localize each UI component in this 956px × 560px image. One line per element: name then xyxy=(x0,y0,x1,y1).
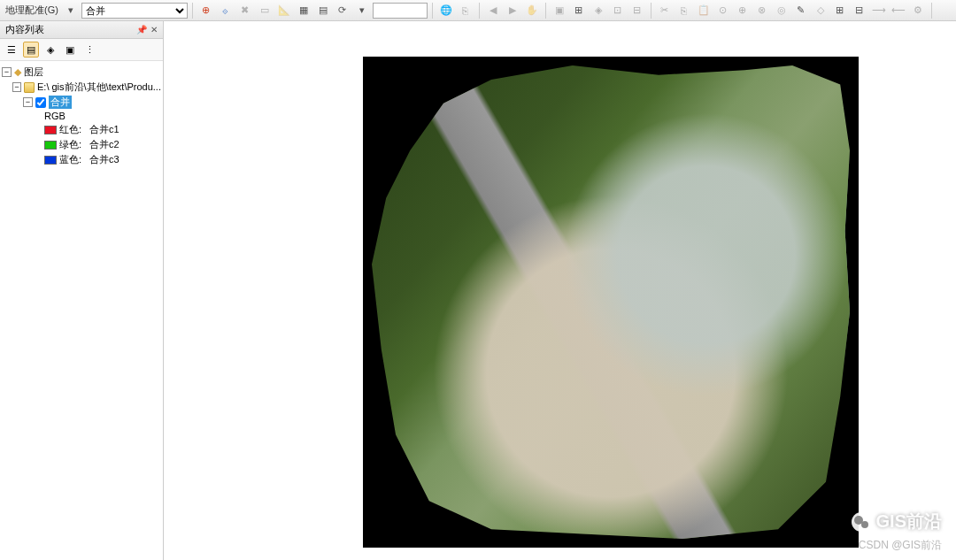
layer-select[interactable]: 合并 xyxy=(81,3,188,19)
folder-icon xyxy=(24,82,35,93)
collapse-icon[interactable]: − xyxy=(23,97,33,107)
band-row-green: 绿色: 合并c2 xyxy=(2,137,161,152)
toc-header: 内容列表 📌 ✕ xyxy=(0,21,163,39)
paste-icon: 📋 xyxy=(695,2,713,19)
measure-icon: 📐 xyxy=(275,2,293,19)
auto-link-icon[interactable]: ⟐ xyxy=(217,2,235,19)
pan-icon: ✋ xyxy=(523,2,541,19)
red-swatch-icon xyxy=(44,126,57,134)
extend-icon: ⟶ xyxy=(870,2,888,19)
blue-swatch-icon xyxy=(44,156,57,165)
georeference-label[interactable]: 地理配准(G) xyxy=(4,4,60,17)
band-label: 绿色: xyxy=(59,138,81,151)
layer-name[interactable]: 合并 xyxy=(49,96,72,109)
toc-panel: 内容列表 📌 ✕ ☰ ▤ ◈ ▣ ⋮ − ◆ 图层 − E:\ gis前沿\其他… xyxy=(0,21,164,560)
add-control-point-icon[interactable]: ⊕ xyxy=(197,2,215,19)
band-label: 红色: xyxy=(59,123,81,136)
select-link-icon: ▭ xyxy=(256,2,274,19)
list-by-selection-icon[interactable]: ▣ xyxy=(62,42,78,58)
tree-root[interactable]: − ◆ 图层 xyxy=(2,65,161,80)
layer-visibility-checkbox[interactable] xyxy=(35,97,46,108)
composite-label: RGB xyxy=(44,111,66,121)
separator xyxy=(651,3,651,19)
green-swatch-icon xyxy=(44,141,57,150)
tool-5-icon: ⊟ xyxy=(628,2,646,19)
band-value: 合并c2 xyxy=(89,138,120,151)
list-by-drawing-order-icon[interactable]: ☰ xyxy=(4,42,19,58)
tree-composite: RGB xyxy=(2,110,161,122)
main-area: 内容列表 📌 ✕ ☰ ▤ ◈ ▣ ⋮ − ◆ 图层 − E:\ gis前沿\其他… xyxy=(0,21,956,560)
edit-tool-icon[interactable]: ✎ xyxy=(792,2,810,19)
separator xyxy=(545,3,546,19)
band-row-blue: 蓝色: 合并c3 xyxy=(2,152,161,167)
trace-icon[interactable]: ⊟ xyxy=(851,2,868,19)
link-table-icon[interactable]: ▦ xyxy=(295,2,312,19)
band-row-red: 红色: 合并c1 xyxy=(2,122,161,137)
options-icon: ⚙ xyxy=(909,2,927,19)
pin-icon[interactable]: 📌 xyxy=(136,25,147,35)
collapse-icon[interactable]: − xyxy=(12,82,21,92)
view-link-icon[interactable]: ▤ xyxy=(314,2,332,19)
vertex-icon: ◇ xyxy=(812,2,829,19)
rotate-dropdown-icon[interactable]: ▾ xyxy=(353,2,371,19)
next-icon: ▶ xyxy=(504,2,521,19)
root-label: 图层 xyxy=(24,65,43,79)
cut-icon: ✂ xyxy=(656,2,674,19)
toc-toolbar: ☰ ▤ ◈ ▣ ⋮ xyxy=(0,39,163,61)
list-by-visibility-icon[interactable]: ◈ xyxy=(42,42,58,58)
snap-2-icon: ⊕ xyxy=(734,2,752,19)
sketch-icon[interactable]: ⊞ xyxy=(831,2,849,19)
snap-3-icon: ⊗ xyxy=(753,2,771,19)
layers-icon: ◆ xyxy=(14,66,21,78)
watermark-csdn: CSDN @GIS前沿 xyxy=(859,538,942,553)
tool-3-icon: ◈ xyxy=(590,2,607,19)
delete-link-icon: ✖ xyxy=(236,2,254,19)
band-value: 合并c3 xyxy=(89,153,120,166)
watermark-wechat-text: GIS前沿 xyxy=(876,510,942,533)
trim-icon: ⟵ xyxy=(890,2,907,19)
prev-icon: ◀ xyxy=(484,2,502,19)
toc-title: 内容列表 xyxy=(5,23,44,36)
dropdown-icon[interactable]: ▾ xyxy=(62,2,80,19)
copy-icon: ⎘ xyxy=(675,2,693,19)
watermark-wechat: GIS前沿 xyxy=(852,510,942,533)
tree-dataframe[interactable]: − E:\ gis前沿\其他\text\Produ... xyxy=(2,80,161,95)
tool-1-icon: ▣ xyxy=(551,2,568,19)
list-by-source-icon[interactable]: ▤ xyxy=(23,42,39,58)
wechat-icon xyxy=(852,512,871,532)
separator xyxy=(192,3,193,19)
tree-layer[interactable]: − 合并 xyxy=(2,95,161,110)
close-icon[interactable]: ✕ xyxy=(150,25,158,35)
tool-4-icon: ⊡ xyxy=(609,2,627,19)
refresh-icon[interactable]: ⟳ xyxy=(334,2,351,19)
band-label: 蓝色: xyxy=(59,153,81,166)
rotation-input[interactable] xyxy=(373,3,428,19)
map-view[interactable] xyxy=(164,21,956,560)
aerial-imagery xyxy=(372,65,850,539)
band-value: 合并c1 xyxy=(89,123,120,136)
tool-2-icon[interactable]: ⊞ xyxy=(570,2,588,19)
separator xyxy=(931,3,932,19)
collapse-icon[interactable]: − xyxy=(2,67,12,77)
georeference-toolbar: 地理配准(G) ▾ 合并 ⊕ ⟐ ✖ ▭ 📐 ▦ ▤ ⟳ ▾ 🌐 ⎘ ◀ ▶ ✋… xyxy=(0,0,956,21)
snap-4-icon: ◎ xyxy=(773,2,790,19)
separator xyxy=(432,3,433,19)
layer-tree: − ◆ 图层 − E:\ gis前沿\其他\text\Produ... − 合并… xyxy=(0,61,163,560)
globe-icon[interactable]: 🌐 xyxy=(437,2,455,19)
snap-1-icon: ⊙ xyxy=(714,2,732,19)
options-icon[interactable]: ⋮ xyxy=(81,42,97,58)
raster-extent xyxy=(363,57,859,548)
export-icon: ⎘ xyxy=(457,2,474,19)
dataframe-path: E:\ gis前沿\其他\text\Produ... xyxy=(37,81,161,94)
separator xyxy=(479,3,480,19)
